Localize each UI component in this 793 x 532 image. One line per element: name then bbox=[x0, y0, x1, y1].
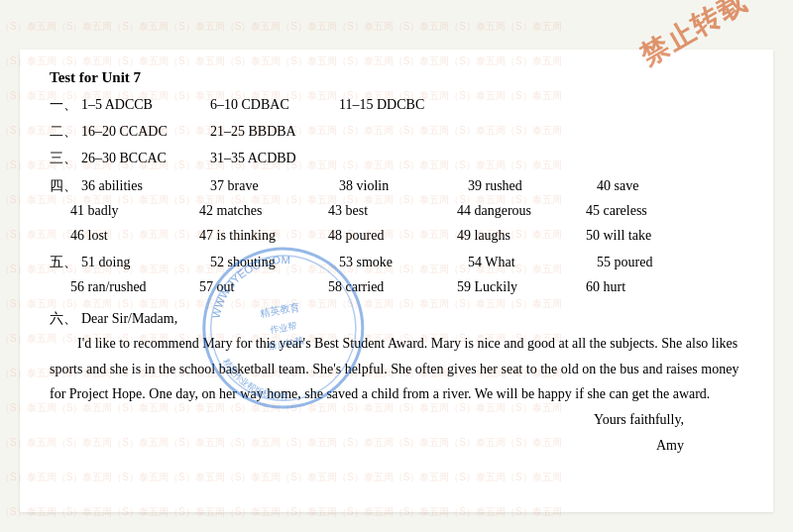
si-row3-col5: 50 will take bbox=[586, 223, 715, 248]
section-yi: 一、 1–5 ADCCB 6–10 CDBAC 11–15 DDCBC bbox=[50, 92, 743, 117]
liu-paragraph1: I'd like to recommend Mary for this year… bbox=[50, 331, 743, 408]
liu-yours: Yours faithfully, bbox=[50, 407, 684, 433]
content-page: Test for Unit 7 一、 1–5 ADCCB 6–10 CDBAC … bbox=[20, 50, 773, 512]
section-yi-label: 一、 bbox=[50, 92, 77, 117]
san-row1-col1: 26–30 BCCAC bbox=[81, 146, 210, 170]
yi-row1-col3: 11–15 DDCBC bbox=[339, 92, 468, 117]
si-row1-col5: 40 save bbox=[597, 173, 726, 198]
yi-row1-col2: 6–10 CDBAC bbox=[210, 92, 339, 117]
si-row3-col1: 46 lost bbox=[70, 223, 199, 248]
wu-row2-col1: 56 ran/rushed bbox=[70, 274, 199, 299]
section-si: 四、 36 abilities 37 brave 38 violin 39 ru… bbox=[50, 173, 743, 249]
yi-row1-col1: 1–5 ADCCB bbox=[81, 92, 210, 117]
si-row2-col5: 45 careless bbox=[586, 198, 715, 223]
section-er-label: 二、 bbox=[50, 119, 77, 144]
wu-row1-col4: 54 What bbox=[468, 250, 597, 274]
page-title: Test for Unit 7 bbox=[50, 69, 743, 86]
section-liu: 六、 Dear Sir/Madam, I'd like to recommend… bbox=[50, 306, 743, 460]
er-row1-col1: 16–20 CCADC bbox=[81, 119, 210, 144]
liu-salutation: Dear Sir/Madam, bbox=[81, 306, 177, 331]
liu-amy: Amy bbox=[50, 433, 684, 459]
si-row2-col3: 43 best bbox=[328, 198, 457, 223]
si-row1-col2: 37 brave bbox=[210, 173, 339, 198]
san-row1-col2: 31–35 ACDBD bbox=[210, 146, 339, 170]
er-row1-col2: 21–25 BBDBA bbox=[210, 119, 339, 144]
section-wu: 五、 51 doing 52 shouting 53 smoke 54 What… bbox=[50, 250, 743, 299]
svg-text:作业帮: 作业帮 bbox=[269, 321, 297, 336]
svg-text:精英教育: 精英教育 bbox=[260, 301, 300, 319]
si-row1-col4: 39 rushed bbox=[468, 173, 597, 198]
wu-row1-col5: 55 poured bbox=[597, 250, 726, 274]
section-san-label: 三、 bbox=[50, 146, 77, 170]
section-er: 二、 16–20 CCADC 21–25 BBDBA bbox=[50, 119, 743, 144]
si-row2-col4: 44 dangerous bbox=[457, 198, 586, 223]
si-row1-col1: 36 abilities bbox=[81, 173, 210, 198]
section-si-label: 四、 bbox=[50, 173, 77, 198]
stamp-overlay: WWW.JYEOO.COM 精英教育 作业帮 禁止转载 精英作业帮版权所有 bbox=[185, 232, 369, 415]
svg-text:（S）泰五周（S）泰五周（S）泰五周（S）泰五周（S）泰五周: （S）泰五周（S）泰五周（S）泰五周（S）泰五周（S）泰五周（S）泰五周（S）泰… bbox=[0, 21, 562, 32]
section-liu-label: 六、 bbox=[50, 306, 77, 331]
si-row2-col2: 42 matches bbox=[199, 198, 328, 223]
si-row1-col3: 38 violin bbox=[339, 173, 468, 198]
section-wu-label: 五、 bbox=[50, 250, 77, 274]
wu-row2-col5: 60 hurt bbox=[586, 274, 715, 299]
si-row3-col4: 49 laughs bbox=[457, 223, 586, 248]
svg-text:禁止转载: 禁止转载 bbox=[268, 336, 304, 352]
wu-row2-col4: 59 Luckily bbox=[457, 274, 586, 299]
si-row2-col1: 41 badly bbox=[70, 198, 199, 223]
section-san: 三、 26–30 BCCAC 31–35 ACDBD bbox=[50, 146, 743, 170]
